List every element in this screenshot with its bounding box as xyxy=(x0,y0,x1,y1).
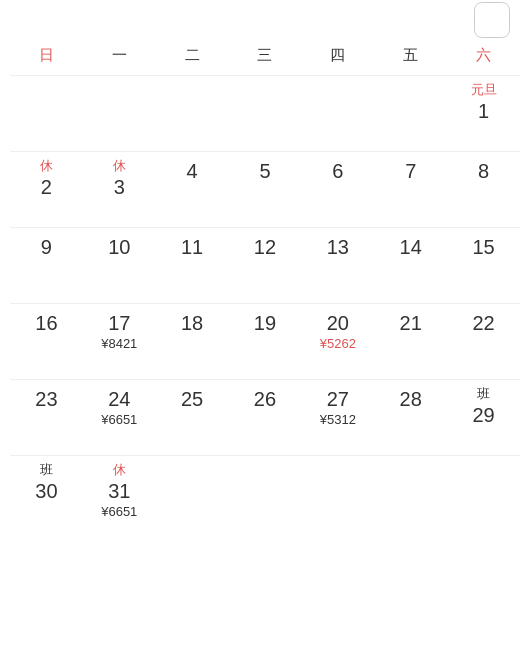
day-number: 24 xyxy=(108,386,130,412)
day-cell[interactable]: 休31¥6651 xyxy=(83,455,156,531)
day-cell[interactable]: 20¥5262 xyxy=(301,303,374,379)
day-number: 10 xyxy=(108,234,130,260)
day-number: 26 xyxy=(254,386,276,412)
weekday-label: 三 xyxy=(229,40,302,71)
day-number: 1 xyxy=(478,98,489,124)
day-cell[interactable]: 22 xyxy=(447,303,520,379)
day-label: 班 xyxy=(477,386,490,402)
day-number: 20 xyxy=(327,310,349,336)
weekday-header: 日一二三四五六 xyxy=(10,40,520,71)
day-number: 17 xyxy=(108,310,130,336)
day-cell[interactable]: 4 xyxy=(156,151,229,227)
day-number: 15 xyxy=(472,234,494,260)
calendar-grid: 元旦1休2休34567891011121314151617¥8421181920… xyxy=(10,75,520,531)
weekday-label: 一 xyxy=(83,40,156,71)
empty-cell xyxy=(447,455,520,531)
day-cell[interactable]: 休2 xyxy=(10,151,83,227)
day-cell[interactable]: 23 xyxy=(10,379,83,455)
day-number: 19 xyxy=(254,310,276,336)
day-number: 23 xyxy=(35,386,57,412)
day-cell[interactable]: 25 xyxy=(156,379,229,455)
day-cell[interactable]: 休3 xyxy=(83,151,156,227)
empty-cell xyxy=(301,75,374,151)
day-label: 班 xyxy=(40,462,53,478)
day-cell[interactable]: 18 xyxy=(156,303,229,379)
day-number: 21 xyxy=(400,310,422,336)
empty-cell xyxy=(156,75,229,151)
day-label: 休 xyxy=(113,462,126,478)
empty-cell xyxy=(374,75,447,151)
day-number: 27 xyxy=(327,386,349,412)
day-label: 休 xyxy=(40,158,53,174)
day-price: ¥5262 xyxy=(320,336,356,352)
day-number: 11 xyxy=(181,234,203,260)
day-cell[interactable]: 7 xyxy=(374,151,447,227)
day-number: 30 xyxy=(35,478,57,504)
day-cell[interactable]: 28 xyxy=(374,379,447,455)
empty-cell xyxy=(229,75,302,151)
day-number: 5 xyxy=(259,158,270,184)
day-number: 14 xyxy=(400,234,422,260)
day-cell[interactable]: 27¥5312 xyxy=(301,379,374,455)
day-number: 2 xyxy=(41,174,52,200)
weekday-label: 五 xyxy=(374,40,447,71)
day-number: 9 xyxy=(41,234,52,260)
day-price: ¥5312 xyxy=(320,412,356,428)
weekday-label: 日 xyxy=(10,40,83,71)
empty-cell xyxy=(156,455,229,531)
day-cell[interactable]: 11 xyxy=(156,227,229,303)
day-cell[interactable]: 5 xyxy=(229,151,302,227)
day-number: 22 xyxy=(472,310,494,336)
day-number: 12 xyxy=(254,234,276,260)
day-number: 16 xyxy=(35,310,57,336)
day-cell[interactable]: 班30 xyxy=(10,455,83,531)
day-number: 4 xyxy=(187,158,198,184)
day-cell[interactable]: 元旦1 xyxy=(447,75,520,151)
day-cell[interactable]: 12 xyxy=(229,227,302,303)
day-cell[interactable]: 21 xyxy=(374,303,447,379)
day-cell[interactable]: 14 xyxy=(374,227,447,303)
day-label: 元旦 xyxy=(471,82,497,98)
day-price: ¥6651 xyxy=(101,504,137,520)
empty-cell xyxy=(229,455,302,531)
day-cell[interactable]: 19 xyxy=(229,303,302,379)
day-cell[interactable]: 17¥8421 xyxy=(83,303,156,379)
day-number: 6 xyxy=(332,158,343,184)
day-number: 7 xyxy=(405,158,416,184)
day-number: 29 xyxy=(472,402,494,428)
day-cell[interactable]: 8 xyxy=(447,151,520,227)
day-number: 13 xyxy=(327,234,349,260)
day-number: 31 xyxy=(108,478,130,504)
empty-cell xyxy=(10,75,83,151)
day-cell[interactable]: 班29 xyxy=(447,379,520,455)
day-number: 28 xyxy=(400,386,422,412)
day-cell[interactable]: 16 xyxy=(10,303,83,379)
day-number: 3 xyxy=(114,174,125,200)
empty-cell xyxy=(301,455,374,531)
day-cell[interactable]: 6 xyxy=(301,151,374,227)
day-cell[interactable]: 24¥6651 xyxy=(83,379,156,455)
day-number: 18 xyxy=(181,310,203,336)
day-cell[interactable]: 9 xyxy=(10,227,83,303)
day-label: 休 xyxy=(113,158,126,174)
day-cell[interactable]: 15 xyxy=(447,227,520,303)
day-cell[interactable]: 13 xyxy=(301,227,374,303)
weekday-label: 六 xyxy=(447,40,520,71)
day-price: ¥8421 xyxy=(101,336,137,352)
weekday-label: 四 xyxy=(301,40,374,71)
day-cell[interactable]: 10 xyxy=(83,227,156,303)
next-month-button[interactable] xyxy=(474,2,510,38)
day-number: 8 xyxy=(478,158,489,184)
day-price: ¥6651 xyxy=(101,412,137,428)
day-number: 25 xyxy=(181,386,203,412)
empty-cell xyxy=(83,75,156,151)
empty-cell xyxy=(374,455,447,531)
weekday-label: 二 xyxy=(156,40,229,71)
day-cell[interactable]: 26 xyxy=(229,379,302,455)
